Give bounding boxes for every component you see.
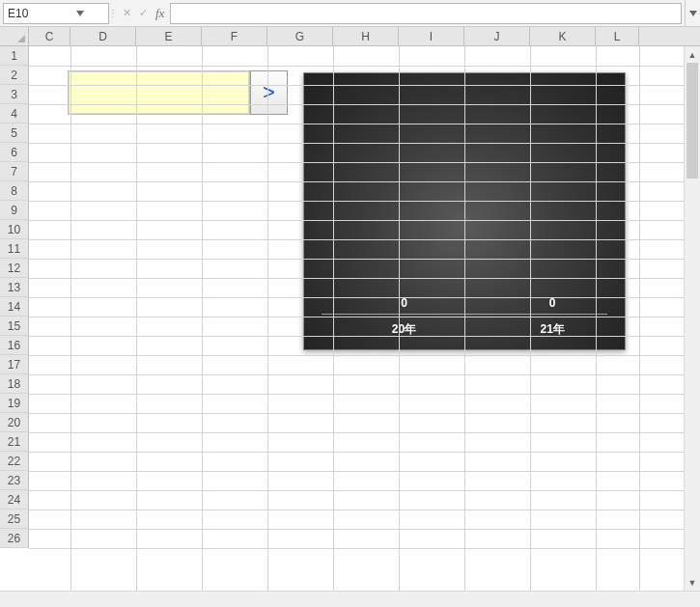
scroll-down-icon[interactable]: ▼ [685, 574, 700, 591]
row-header[interactable]: 18 [0, 374, 29, 394]
formula-bar: E10 ⋮ ✕ ✓ fx [0, 0, 700, 27]
select-all-triangle[interactable] [0, 27, 29, 45]
gridline-horizontal [29, 201, 684, 202]
name-box-value: E10 [8, 7, 56, 20]
gridline-horizontal [29, 181, 684, 182]
row-header[interactable]: 4 [0, 104, 29, 124]
gridline-horizontal [29, 432, 684, 433]
separator: ⋮ [109, 0, 117, 26]
name-box[interactable]: E10 [3, 3, 109, 24]
column-header[interactable]: L [596, 27, 639, 45]
column-header[interactable]: I [399, 27, 464, 45]
row-header[interactable]: 24 [0, 490, 29, 510]
row-header[interactable]: 16 [0, 336, 29, 355]
row-header[interactable]: 1 [0, 46, 29, 66]
column-header[interactable]: C [29, 27, 70, 45]
gridline-horizontal [29, 510, 684, 510]
gridline-horizontal [29, 529, 684, 530]
gridline-horizontal [29, 220, 684, 221]
gridline-horizontal [29, 374, 684, 375]
row-header[interactable]: 25 [0, 510, 29, 529]
column-header[interactable]: H [333, 27, 399, 45]
row-header[interactable]: 8 [0, 181, 29, 201]
formula-bar-buttons: ✕ ✓ fx [117, 0, 170, 26]
horizontal-scrollbar[interactable] [0, 591, 700, 607]
fx-icon[interactable]: fx [155, 6, 164, 21]
input-merged-cell[interactable] [68, 70, 250, 115]
row-header[interactable]: 5 [0, 124, 29, 143]
column-header-row: CDEFGHIJKL [0, 27, 700, 46]
gridline-horizontal [29, 394, 684, 395]
row-header[interactable]: 10 [0, 220, 29, 239]
row-header[interactable]: 9 [0, 201, 29, 220]
row-header[interactable]: 21 [0, 432, 29, 452]
scroll-up-icon[interactable]: ▲ [685, 46, 700, 63]
row-header[interactable]: 11 [0, 239, 29, 259]
column-header[interactable]: D [70, 27, 136, 45]
row-header-column: 1234567891011121314151617181920212223242… [0, 46, 29, 548]
name-box-dropdown-icon[interactable] [56, 4, 104, 23]
gridline-horizontal [29, 336, 684, 337]
gridline-horizontal [29, 452, 684, 453]
gridline-horizontal [29, 317, 684, 317]
column-header[interactable]: F [202, 27, 267, 45]
vertical-scrollbar[interactable]: ▲ ▼ [684, 46, 700, 591]
gridline-horizontal [29, 143, 684, 144]
gridline-horizontal [29, 471, 684, 472]
chart-value-label: 0 [401, 296, 407, 310]
gridline-horizontal [29, 239, 684, 240]
row-header[interactable]: 6 [0, 143, 29, 162]
row-header[interactable]: 3 [0, 85, 29, 104]
column-header[interactable]: G [267, 27, 333, 45]
gridline-horizontal [29, 66, 684, 67]
grid-area[interactable]: 1234567891011121314151617181920212223242… [0, 46, 684, 591]
gridline-horizontal [29, 278, 684, 279]
row-header[interactable]: 14 [0, 297, 29, 317]
cancel-icon[interactable]: ✕ [123, 7, 131, 19]
gridline-horizontal [29, 297, 684, 298]
column-header[interactable]: E [136, 27, 202, 45]
cells-area[interactable]: > 0 0 20年 21年 [29, 46, 684, 591]
row-header[interactable]: 22 [0, 452, 29, 471]
column-header[interactable]: K [530, 27, 596, 45]
chevron-right-icon: > [263, 80, 275, 105]
gridline-horizontal [29, 355, 684, 356]
chart-value-label: 0 [549, 296, 556, 310]
gridline-horizontal [29, 548, 684, 549]
row-header[interactable]: 26 [0, 529, 29, 548]
row-header[interactable]: 13 [0, 278, 29, 297]
row-header[interactable]: 2 [0, 66, 29, 85]
row-header[interactable]: 23 [0, 471, 29, 490]
formula-input[interactable] [170, 3, 682, 24]
scroll-thumb[interactable] [686, 63, 698, 179]
gridline-horizontal [29, 124, 684, 124]
row-header[interactable]: 12 [0, 259, 29, 278]
gridline-horizontal [29, 162, 684, 163]
next-button[interactable]: > [250, 70, 288, 115]
gridline-horizontal [29, 259, 684, 260]
row-header[interactable]: 17 [0, 355, 29, 374]
row-header[interactable]: 7 [0, 162, 29, 181]
formula-bar-expand-icon[interactable] [685, 0, 700, 26]
column-header[interactable]: J [464, 27, 530, 45]
gridline-horizontal [29, 104, 684, 105]
enter-icon[interactable]: ✓ [139, 7, 148, 19]
gridline-horizontal [29, 413, 684, 414]
row-header[interactable]: 19 [0, 394, 29, 413]
row-header[interactable]: 15 [0, 317, 29, 336]
row-header[interactable]: 20 [0, 413, 29, 432]
gridline-horizontal [29, 85, 684, 86]
gridline-horizontal [29, 490, 684, 491]
